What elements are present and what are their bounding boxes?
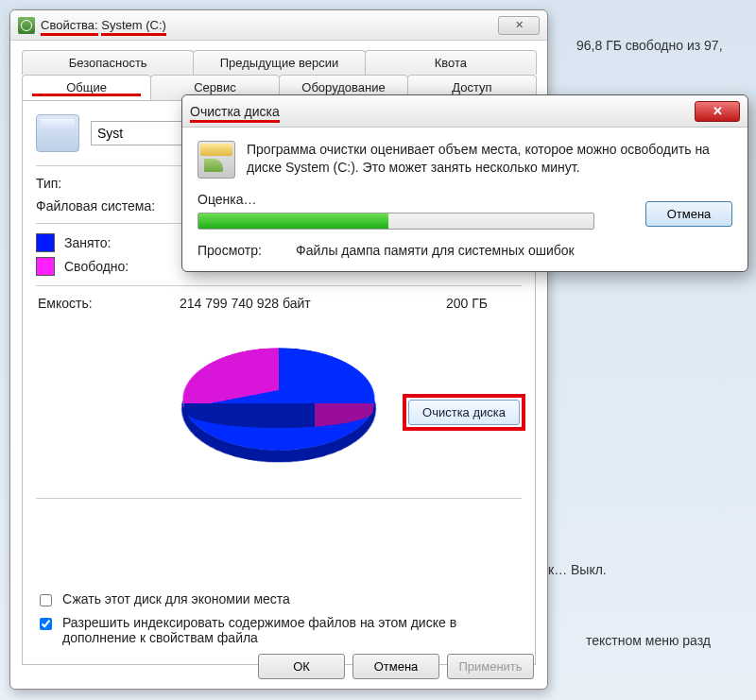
capacity-bytes: 214 799 740 928 байт [180,296,408,311]
tab-quota[interactable]: Квота [365,50,537,75]
cleanup-title: Очистка диска [190,104,280,119]
drive-properties-icon [18,17,35,34]
separator [36,285,522,286]
view-value: Файлы дампа памяти для системных ошибок [296,243,575,258]
view-label: Просмотр: [198,243,283,258]
capacity-gb: 200 ГБ [446,296,522,311]
used-label: Занято: [64,235,112,250]
drive-icon [36,114,79,152]
used-swatch [36,233,55,252]
index-label: Разрешить индексировать содержимое файло… [62,615,522,645]
context-menu-hint: текстном меню разд [586,633,711,648]
cleanup-message: Программа очистки оценивает объем места,… [247,141,732,177]
progress-bar [198,213,594,230]
explorer-free-space-text: 96,8 ГБ свободно из 97, [576,38,723,53]
free-swatch [36,257,55,276]
cleanup-icon [198,141,235,179]
ok-button[interactable]: ОК [258,654,345,679]
close-button[interactable]: ✕ [498,16,540,35]
tab-security[interactable]: Безопасность [22,50,194,75]
compress-label: Сжать этот диск для экономии места [62,591,290,606]
disk-cleanup-button[interactable]: Очистка диска [408,400,520,425]
capacity-label: Емкость: [38,296,142,311]
cleanup-close-button[interactable]: ✕ [695,101,740,122]
separator [36,498,522,499]
cleanup-titlebar[interactable]: Очистка диска ✕ [182,95,747,128]
cleanup-cancel-button[interactable]: Отмена [645,201,732,227]
dialog-buttons: ОК Отмена Применить [258,654,534,679]
usage-pie-chart [184,324,373,428]
status-off-text: к… Выкл. [548,562,607,577]
apply-button[interactable]: Применить [447,654,534,679]
cleanup-highlight-box: Очистка диска [403,394,525,431]
cleanup-dialog: Очистка диска ✕ Программа очистки оценив… [181,94,748,272]
free-label: Свободно: [64,259,129,274]
titlebar[interactable]: Свойства: System (C:) ✕ [10,10,547,41]
compress-checkbox[interactable] [40,594,52,606]
cancel-button[interactable]: Отмена [352,654,439,679]
index-checkbox[interactable] [40,618,52,630]
tab-previous-versions[interactable]: Предыдущие версии [193,50,365,75]
tab-general[interactable]: Общие [22,75,151,100]
window-title: Свойства: System (C:) [41,18,166,32]
